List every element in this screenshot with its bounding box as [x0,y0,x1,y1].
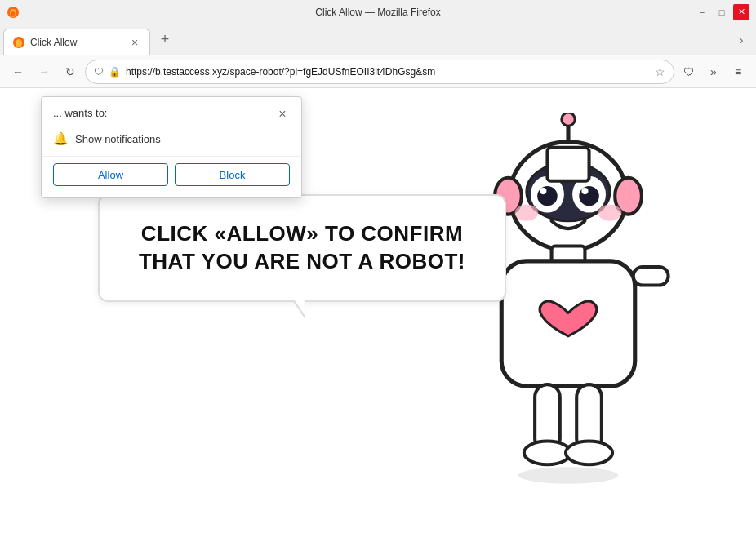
nav-right-buttons: 🛡 » ≡ [678,60,749,83]
tab-overflow-button[interactable]: › [730,29,753,51]
page-content: ... wants to: × 🔔 Show notifications All… [0,88,756,537]
tab-close-button[interactable]: × [128,36,141,49]
active-tab[interactable]: Click Allow × [3,29,150,55]
window-title: Click Allow — Mozilla Firefox [315,7,440,18]
svg-point-13 [537,186,558,206]
browser-content: MYANTISPYWARE.COM ... wants to: × 🔔 Show… [0,88,756,537]
svg-point-17 [515,204,539,220]
forward-icon: → [38,65,50,78]
speech-bubble: CLICK «ALLOW» TO CONFIRM THAT YOU ARE NO… [98,194,506,302]
svg-point-18 [598,204,622,220]
svg-point-4 [16,39,22,47]
bubble-text: CLICK «ALLOW» TO CONFIRM THAT YOU ARE NO… [139,221,465,273]
svg-point-6 [562,113,575,126]
svg-point-14 [579,186,599,206]
reload-icon: ↻ [65,65,75,78]
close-button[interactable]: ✕ [733,4,749,20]
tab-favicon [12,36,25,49]
svg-point-26 [524,442,571,465]
shield-button[interactable]: 🛡 [678,60,700,83]
bell-icon: 🔔 [53,131,69,146]
popup-permission-row: 🔔 Show notifications [42,128,301,156]
url-bar[interactable]: 🛡 🔒 https://b.testaccess.xyz/space-robot… [85,60,674,84]
titlebar-left [7,6,20,19]
bookmark-icon[interactable]: ☆ [655,65,665,78]
shield-icon: 🛡 [94,66,104,78]
popup-header: ... wants to: × [42,97,301,128]
minimize-button[interactable]: − [694,4,710,20]
popup-permission-label: Show notifications [75,133,161,145]
svg-point-16 [581,188,588,194]
popup-actions: Allow Block [42,156,301,197]
back-button[interactable]: ← [7,60,29,83]
navbar: ← → ↻ 🛡 🔒 https://b.testaccess.xyz/space… [0,55,756,88]
lock-icon: 🔒 [109,66,121,78]
popup-wants-to-label: ... wants to: [53,107,107,119]
svg-point-27 [566,442,612,465]
tab-label: Click Allow [30,37,123,48]
robot-svg [446,113,691,496]
robot-illustration [446,113,691,496]
menu-button[interactable]: ≡ [727,60,749,83]
titlebar: Click Allow — Mozilla Firefox − □ ✕ [0,0,756,24]
allow-button[interactable]: Allow [53,163,168,186]
maximize-button[interactable]: □ [714,4,730,20]
block-button[interactable]: Block [175,163,290,186]
titlebar-controls: − □ ✕ [694,4,749,20]
svg-rect-19 [547,148,589,181]
firefox-icon [7,6,20,19]
reload-button[interactable]: ↻ [59,60,82,83]
forward-button[interactable]: → [33,60,56,83]
svg-point-15 [540,188,546,194]
svg-rect-23 [634,267,669,285]
notification-popup: ... wants to: × 🔔 Show notifications All… [41,96,302,198]
popup-close-button[interactable]: × [275,107,290,122]
url-text: https://b.testaccess.xyz/space-robot/?pl… [126,66,650,78]
extensions-button[interactable]: » [702,60,725,83]
svg-point-28 [518,467,619,483]
tabbar: Click Allow × + › [0,24,756,55]
new-tab-button[interactable]: + [153,29,176,51]
svg-point-2 [11,11,16,16]
back-icon: ← [12,65,24,78]
